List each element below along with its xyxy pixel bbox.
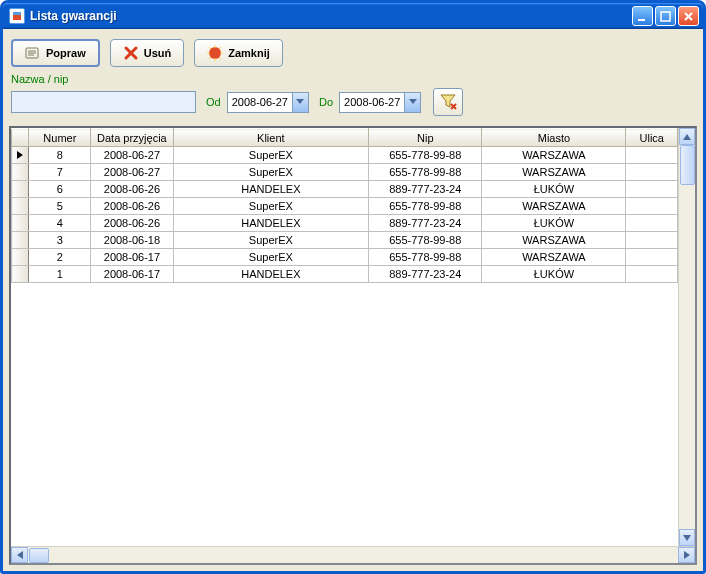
row-marker[interactable] (12, 266, 29, 283)
edit-button[interactable]: Popraw (11, 39, 100, 67)
cell-nip[interactable]: 889-777-23-24 (369, 181, 482, 198)
row-marker[interactable] (12, 181, 29, 198)
cell-numer[interactable]: 4 (29, 215, 91, 232)
svg-line-14 (219, 57, 221, 59)
column-header-data[interactable]: Data przyjęcia (91, 129, 173, 147)
name-filter-label: Nazwa / nip (11, 73, 695, 85)
cell-miasto[interactable]: ŁUKÓW (482, 181, 626, 198)
cell-numer[interactable]: 8 (29, 147, 91, 164)
name-filter-input[interactable] (11, 91, 196, 113)
scroll-left-arrow[interactable] (11, 547, 28, 563)
cell-numer[interactable]: 6 (29, 181, 91, 198)
minimize-button[interactable] (632, 6, 653, 26)
close-window-button[interactable] (678, 6, 699, 26)
cell-ulica[interactable] (626, 164, 678, 181)
table-row[interactable]: 82008-06-27SuperEX655-778-99-88WARSZAWA (12, 147, 678, 164)
chevron-down-icon (404, 93, 420, 112)
row-marker[interactable] (12, 164, 29, 181)
cell-miasto[interactable]: ŁUKÓW (482, 266, 626, 283)
edit-icon (25, 45, 41, 61)
data-grid: Numer Data przyjęcia Klient Nip Miasto U… (9, 126, 697, 565)
row-marker[interactable] (12, 147, 29, 164)
cell-klient[interactable]: HANDELEX (173, 181, 369, 198)
cell-numer[interactable]: 7 (29, 164, 91, 181)
cell-data[interactable]: 2008-06-26 (91, 215, 173, 232)
cell-ulica[interactable] (626, 181, 678, 198)
row-marker[interactable] (12, 215, 29, 232)
row-marker[interactable] (12, 249, 29, 266)
row-marker[interactable] (12, 232, 29, 249)
scroll-up-arrow[interactable] (679, 128, 695, 145)
column-header-klient[interactable]: Klient (173, 129, 369, 147)
cell-nip[interactable]: 655-778-99-88 (369, 164, 482, 181)
cell-data[interactable]: 2008-06-26 (91, 198, 173, 215)
column-header-miasto[interactable]: Miasto (482, 129, 626, 147)
vertical-scrollbar[interactable] (678, 128, 695, 546)
scroll-down-arrow[interactable] (679, 529, 695, 546)
to-label: Do (319, 96, 333, 108)
cell-numer[interactable]: 2 (29, 249, 91, 266)
cell-nip[interactable]: 655-778-99-88 (369, 198, 482, 215)
column-header-nip[interactable]: Nip (369, 129, 482, 147)
table-row[interactable]: 12008-06-17HANDELEX889-777-23-24ŁUKÓW (12, 266, 678, 283)
table-row[interactable]: 52008-06-26SuperEX655-778-99-88WARSZAWA (12, 198, 678, 215)
cell-data[interactable]: 2008-06-17 (91, 266, 173, 283)
cell-data[interactable]: 2008-06-26 (91, 181, 173, 198)
cell-data[interactable]: 2008-06-27 (91, 147, 173, 164)
cell-ulica[interactable] (626, 232, 678, 249)
cell-klient[interactable]: SuperEX (173, 232, 369, 249)
window-title: Lista gwarancji (30, 9, 632, 23)
svg-rect-3 (661, 12, 670, 21)
cell-ulica[interactable] (626, 198, 678, 215)
cell-miasto[interactable]: WARSZAWA (482, 232, 626, 249)
cell-klient[interactable]: HANDELEX (173, 266, 369, 283)
to-date-value: 2008-06-27 (340, 96, 404, 108)
cell-klient[interactable]: SuperEX (173, 198, 369, 215)
cell-klient[interactable]: SuperEX (173, 164, 369, 181)
horizontal-scrollbar[interactable] (11, 546, 695, 563)
cell-miasto[interactable]: WARSZAWA (482, 198, 626, 215)
table-row[interactable]: 32008-06-18SuperEX655-778-99-88WARSZAWA (12, 232, 678, 249)
column-header-ulica[interactable]: Ulica (626, 129, 678, 147)
cell-numer[interactable]: 5 (29, 198, 91, 215)
cell-nip[interactable]: 889-777-23-24 (369, 266, 482, 283)
cell-ulica[interactable] (626, 147, 678, 164)
to-date-select[interactable]: 2008-06-27 (339, 92, 421, 113)
cell-klient[interactable]: SuperEX (173, 249, 369, 266)
maximize-button[interactable] (655, 6, 676, 26)
row-marker[interactable] (12, 198, 29, 215)
scroll-right-arrow[interactable] (678, 547, 695, 563)
table-row[interactable]: 72008-06-27SuperEX655-778-99-88WARSZAWA (12, 164, 678, 181)
cell-ulica[interactable] (626, 266, 678, 283)
cell-nip[interactable]: 655-778-99-88 (369, 232, 482, 249)
cell-data[interactable]: 2008-06-18 (91, 232, 173, 249)
cell-numer[interactable]: 3 (29, 232, 91, 249)
cell-klient[interactable]: HANDELEX (173, 215, 369, 232)
cell-miasto[interactable]: WARSZAWA (482, 249, 626, 266)
cell-ulica[interactable] (626, 249, 678, 266)
cell-nip[interactable]: 889-777-23-24 (369, 215, 482, 232)
filter-bar: Nazwa / nip Od 2008-06-27 Do 2008-06-27 (3, 71, 703, 122)
scroll-thumb-h[interactable] (29, 548, 49, 563)
table-row[interactable]: 22008-06-17SuperEX655-778-99-88WARSZAWA (12, 249, 678, 266)
cell-nip[interactable]: 655-778-99-88 (369, 249, 482, 266)
cell-miasto[interactable]: ŁUKÓW (482, 215, 626, 232)
titlebar: Lista gwarancji (3, 3, 703, 29)
scroll-thumb[interactable] (680, 145, 695, 185)
delete-button[interactable]: Usuń (110, 39, 185, 67)
clear-filter-button[interactable] (433, 88, 463, 116)
table-row[interactable]: 62008-06-26HANDELEX889-777-23-24ŁUKÓW (12, 181, 678, 198)
cell-numer[interactable]: 1 (29, 266, 91, 283)
cell-data[interactable]: 2008-06-27 (91, 164, 173, 181)
from-date-select[interactable]: 2008-06-27 (227, 92, 309, 113)
cell-miasto[interactable]: WARSZAWA (482, 147, 626, 164)
cell-data[interactable]: 2008-06-17 (91, 249, 173, 266)
cell-nip[interactable]: 655-778-99-88 (369, 147, 482, 164)
cell-miasto[interactable]: WARSZAWA (482, 164, 626, 181)
close-button[interactable]: Zamknij (194, 39, 283, 67)
cell-klient[interactable]: SuperEX (173, 147, 369, 164)
column-header-numer[interactable]: Numer (29, 129, 91, 147)
cell-ulica[interactable] (626, 215, 678, 232)
svg-rect-2 (638, 19, 645, 21)
table-row[interactable]: 42008-06-26HANDELEX889-777-23-24ŁUKÓW (12, 215, 678, 232)
